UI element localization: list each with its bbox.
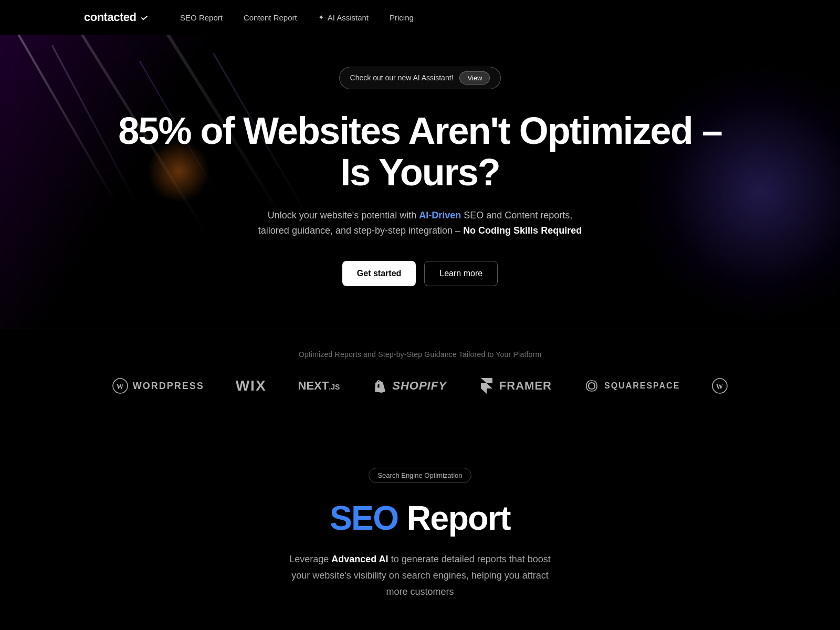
- hero-title: 85% of Websites Aren't Optimized – Is Yo…: [105, 110, 735, 193]
- seo-badge: Search Engine Optimization: [369, 468, 471, 483]
- squarespace-icon: [583, 377, 600, 394]
- platforms-label: Optimized Reports and Step-by-Step Guida…: [52, 350, 788, 359]
- nav-seo-report[interactable]: SEO Report: [180, 13, 223, 22]
- logo[interactable]: contacted: [84, 10, 149, 24]
- svg-text:W: W: [116, 383, 124, 391]
- nav-content-report[interactable]: Content Report: [244, 13, 297, 22]
- wordpress2-icon: W: [711, 377, 728, 394]
- hero-buttons: Get started Learn more: [105, 261, 735, 286]
- framer-icon: [478, 377, 495, 394]
- nav-ai-assistant[interactable]: ✦ AI Assistant: [318, 13, 369, 22]
- ai-banner[interactable]: Check out our new AI Assistant! View: [339, 67, 501, 89]
- seo-title-rest: Report: [398, 499, 511, 537]
- hero-section: Check out our new AI Assistant! View 85%…: [0, 35, 840, 329]
- ai-assistant-icon: ✦: [318, 13, 324, 22]
- hero-subtitle: Unlock your website's potential with AI-…: [257, 208, 583, 238]
- shopify-icon: [371, 377, 388, 394]
- nav-pricing[interactable]: Pricing: [390, 13, 414, 22]
- platform-wix: WiX: [236, 377, 267, 394]
- platform-shopify: shopify: [371, 377, 447, 394]
- seo-title-blue: SEO: [330, 499, 398, 537]
- platform-squarespace: SQUARESPACE: [583, 377, 680, 394]
- platforms-section: Optimized Reports and Step-by-Step Guida…: [0, 329, 840, 426]
- svg-text:W: W: [716, 383, 724, 391]
- ai-banner-view-button[interactable]: View: [459, 71, 490, 85]
- get-started-button[interactable]: Get started: [342, 261, 416, 286]
- hero-content: Check out our new AI Assistant! View 85%…: [105, 67, 735, 287]
- ai-banner-text: Check out our new AI Assistant!: [350, 74, 454, 82]
- platform-wordpress: W WORDPRESS: [112, 377, 204, 394]
- seo-title: SEO Report: [105, 500, 735, 537]
- platform-nextjs: NEXT.JS: [298, 379, 340, 393]
- navigation: contacted SEO Report Content Report ✦ AI…: [0, 0, 840, 35]
- platform-wordpress2: W: [711, 377, 728, 394]
- seo-section: Search Engine Optimization SEO Report Le…: [0, 426, 840, 630]
- wordpress-icon: W: [112, 377, 129, 394]
- platforms-logos: W WORDPRESS WiX NEXT.JS shopify: [52, 377, 788, 394]
- learn-more-button[interactable]: Learn more: [424, 261, 498, 286]
- platform-framer: Framer: [478, 377, 552, 394]
- seo-description: Leverage Advanced AI to generate detaile…: [289, 551, 551, 600]
